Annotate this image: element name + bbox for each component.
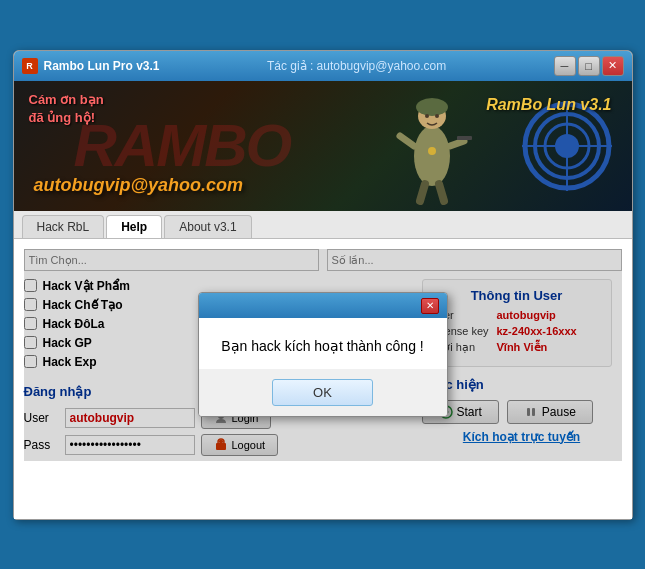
dialog-message: Bạn hack kích hoạt thành công !	[221, 338, 423, 354]
content-wrapper: Hack Vật Phẩm Hack Chế Tạo Hack ĐôLa	[24, 249, 622, 461]
window-title: Rambo Lun Pro v3.1	[44, 59, 160, 73]
svg-line-6	[420, 184, 425, 201]
main-window: R Rambo Lun Pro v3.1 Tác giả : autobugvi…	[13, 50, 633, 520]
tab-bar: Hack RbL Help About v3.1	[14, 211, 632, 239]
tab-about[interactable]: About v3.1	[164, 215, 251, 238]
dialog-body: Bạn hack kích hoạt thành công !	[199, 318, 447, 369]
author-label: Tác giả : autobugvip@yahoo.com	[267, 59, 446, 73]
banner-version: RamBo Lun v3.1	[486, 96, 611, 114]
svg-point-10	[428, 147, 436, 155]
banner-email: autobugvip@yahoo.com	[34, 175, 244, 196]
banner-bg-text: RAMBO	[74, 111, 291, 180]
banner: Cám ơn bạn đã ủng hộ! RAMBO	[14, 81, 632, 211]
dialog-overlay: ✕ Bạn hack kích hoạt thành công ! OK	[24, 249, 622, 461]
close-button[interactable]: ✕	[602, 56, 624, 76]
dialog-box: ✕ Bạn hack kích hoạt thành công ! OK	[198, 292, 448, 417]
dialog-footer: OK	[199, 369, 447, 416]
title-bar-left: R Rambo Lun Pro v3.1	[22, 58, 160, 74]
svg-point-8	[425, 114, 429, 118]
app-icon: R	[22, 58, 38, 74]
banner-soldier-icon	[392, 86, 472, 206]
svg-rect-5	[457, 136, 472, 140]
svg-line-4	[450, 141, 464, 146]
dialog-ok-button[interactable]: OK	[272, 379, 373, 406]
title-bar: R Rambo Lun Pro v3.1 Tác giả : autobugvi…	[14, 51, 632, 81]
svg-point-9	[435, 114, 439, 118]
minimize-button[interactable]: ─	[554, 56, 576, 76]
tab-hack-rbl[interactable]: Hack RbL	[22, 215, 105, 238]
content-area: Hack Vật Phẩm Hack Chế Tạo Hack ĐôLa	[14, 239, 632, 519]
svg-point-2	[416, 98, 448, 116]
banner-target-icon	[522, 101, 612, 191]
window-controls: ─ □ ✕	[554, 56, 624, 76]
dialog-close-button[interactable]: ✕	[421, 298, 439, 314]
svg-line-3	[400, 136, 414, 146]
svg-point-0	[414, 126, 450, 186]
dialog-title-bar: ✕	[199, 293, 447, 318]
tab-help[interactable]: Help	[106, 215, 162, 238]
maximize-button[interactable]: □	[578, 56, 600, 76]
svg-line-7	[439, 184, 444, 201]
